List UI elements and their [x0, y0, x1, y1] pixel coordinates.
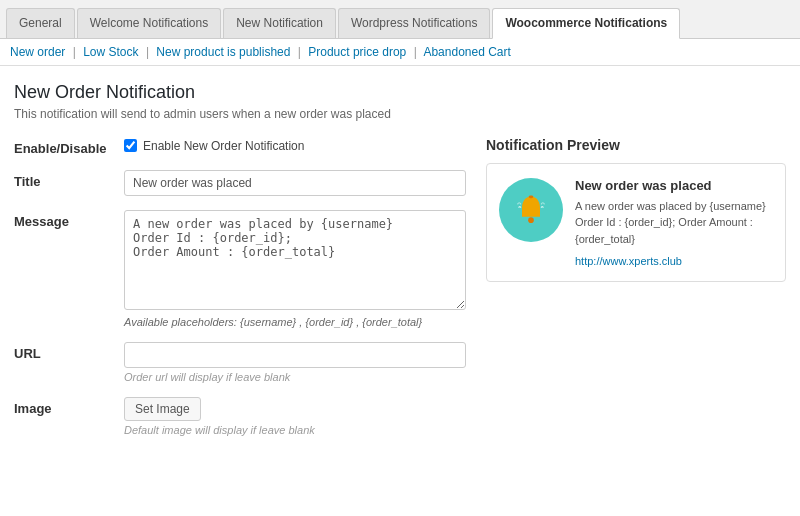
bell-icon-wrap	[499, 178, 563, 242]
title-input[interactable]	[124, 170, 466, 196]
preview-url: http://www.xperts.club	[575, 255, 773, 267]
url-input[interactable]	[124, 342, 466, 368]
sub-nav: New order | Low Stock | New product is p…	[0, 39, 800, 66]
url-label: URL	[14, 342, 124, 361]
preview-title: Notification Preview	[486, 137, 786, 153]
sep3: |	[298, 45, 301, 59]
subnav-new-order[interactable]: New order	[10, 45, 65, 59]
enable-label: Enable/Disable	[14, 137, 124, 156]
form-area: Enable/Disable Enable New Order Notifica…	[14, 137, 786, 450]
page-wrapper: General Welcome Notifications New Notifi…	[0, 0, 800, 516]
title-label: Title	[14, 170, 124, 189]
enable-row: Enable/Disable Enable New Order Notifica…	[14, 137, 466, 156]
image-row: Image Set Image Default image will displ…	[14, 397, 466, 436]
tab-woocommerce[interactable]: Woocommerce Notifications	[492, 8, 680, 39]
image-hint: Default image will display if leave blan…	[124, 424, 466, 436]
main-content: New Order Notification This notification…	[0, 66, 800, 516]
tab-welcome[interactable]: Welcome Notifications	[77, 8, 222, 38]
sep4: |	[414, 45, 417, 59]
subnav-low-stock[interactable]: Low Stock	[83, 45, 138, 59]
preview-notif-title: New order was placed	[575, 178, 773, 193]
placeholders-hint: Available placeholders: {username} , {or…	[124, 316, 466, 328]
enable-field: Enable New Order Notification	[124, 137, 466, 153]
enable-checkbox[interactable]	[124, 139, 137, 152]
message-field: Available placeholders: {username} , {or…	[124, 210, 466, 328]
title-field	[124, 170, 466, 196]
tab-general[interactable]: General	[6, 8, 75, 38]
enable-checkbox-row: Enable New Order Notification	[124, 137, 466, 153]
set-image-button[interactable]: Set Image	[124, 397, 201, 421]
url-row: URL Order url will display if leave blan…	[14, 342, 466, 383]
svg-rect-1	[529, 195, 534, 198]
section-title: New Order Notification	[14, 82, 786, 103]
sep1: |	[73, 45, 76, 59]
subnav-abandoned-cart[interactable]: Abandoned Cart	[423, 45, 510, 59]
preview-text-area: New order was placed A new order was pla…	[575, 178, 773, 268]
form-left: Enable/Disable Enable New Order Notifica…	[14, 137, 466, 450]
title-row: Title	[14, 170, 466, 196]
tab-wordpress[interactable]: Wordpress Notifications	[338, 8, 491, 38]
preview-card: New order was placed A new order was pla…	[486, 163, 786, 283]
tabs-row: General Welcome Notifications New Notifi…	[0, 0, 800, 39]
message-label: Message	[14, 210, 124, 229]
bell-icon	[513, 192, 549, 228]
url-field: Order url will display if leave blank	[124, 342, 466, 383]
preview-panel: Notification Preview	[486, 137, 786, 450]
image-field: Set Image Default image will display if …	[124, 397, 466, 436]
svg-point-0	[528, 217, 534, 223]
enable-checkbox-label[interactable]: Enable New Order Notification	[143, 139, 304, 153]
message-textarea[interactable]	[124, 210, 466, 310]
image-label: Image	[14, 397, 124, 416]
sep2: |	[146, 45, 149, 59]
tab-new-notification[interactable]: New Notification	[223, 8, 336, 38]
subnav-new-product[interactable]: New product is published	[156, 45, 290, 59]
preview-notif-message: A new order was placed by {username} Ord…	[575, 198, 773, 248]
section-description: This notification will send to admin use…	[14, 107, 786, 121]
url-hint: Order url will display if leave blank	[124, 371, 466, 383]
message-row: Message Available placeholders: {usernam…	[14, 210, 466, 328]
subnav-price-drop[interactable]: Product price drop	[308, 45, 406, 59]
